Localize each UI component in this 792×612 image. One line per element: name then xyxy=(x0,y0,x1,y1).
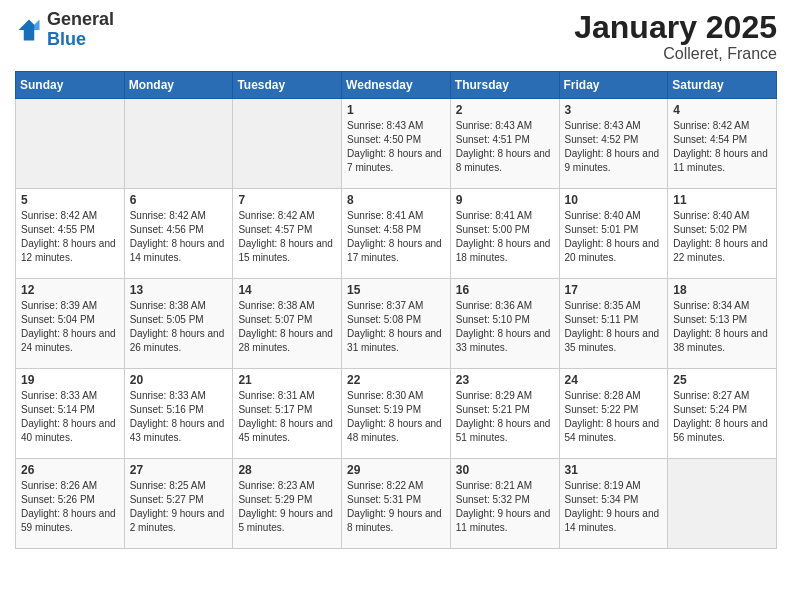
calendar-cell: 10Sunrise: 8:40 AMSunset: 5:01 PMDayligh… xyxy=(559,189,668,279)
day-info: Sunrise: 8:42 AMSunset: 4:55 PMDaylight:… xyxy=(21,209,119,265)
logo-general-text: General xyxy=(47,10,114,30)
calendar-cell: 7Sunrise: 8:42 AMSunset: 4:57 PMDaylight… xyxy=(233,189,342,279)
day-info: Sunrise: 8:19 AMSunset: 5:34 PMDaylight:… xyxy=(565,479,663,535)
day-number: 18 xyxy=(673,283,771,297)
calendar-cell: 15Sunrise: 8:37 AMSunset: 5:08 PMDayligh… xyxy=(342,279,451,369)
calendar-cell: 21Sunrise: 8:31 AMSunset: 5:17 PMDayligh… xyxy=(233,369,342,459)
calendar-cell: 27Sunrise: 8:25 AMSunset: 5:27 PMDayligh… xyxy=(124,459,233,549)
calendar-cell: 18Sunrise: 8:34 AMSunset: 5:13 PMDayligh… xyxy=(668,279,777,369)
svg-marker-1 xyxy=(34,19,39,30)
day-info: Sunrise: 8:35 AMSunset: 5:11 PMDaylight:… xyxy=(565,299,663,355)
day-number: 24 xyxy=(565,373,663,387)
day-number: 3 xyxy=(565,103,663,117)
calendar-cell: 9Sunrise: 8:41 AMSunset: 5:00 PMDaylight… xyxy=(450,189,559,279)
day-number: 13 xyxy=(130,283,228,297)
day-number: 20 xyxy=(130,373,228,387)
calendar-cell xyxy=(233,99,342,189)
day-number: 10 xyxy=(565,193,663,207)
day-number: 31 xyxy=(565,463,663,477)
day-number: 16 xyxy=(456,283,554,297)
day-number: 2 xyxy=(456,103,554,117)
day-info: Sunrise: 8:34 AMSunset: 5:13 PMDaylight:… xyxy=(673,299,771,355)
calendar-cell: 23Sunrise: 8:29 AMSunset: 5:21 PMDayligh… xyxy=(450,369,559,459)
calendar-cell: 8Sunrise: 8:41 AMSunset: 4:58 PMDaylight… xyxy=(342,189,451,279)
day-info: Sunrise: 8:43 AMSunset: 4:50 PMDaylight:… xyxy=(347,119,445,175)
day-number: 28 xyxy=(238,463,336,477)
header-monday: Monday xyxy=(124,72,233,99)
calendar-cell: 30Sunrise: 8:21 AMSunset: 5:32 PMDayligh… xyxy=(450,459,559,549)
calendar-title: January 2025 xyxy=(574,10,777,45)
calendar-cell: 28Sunrise: 8:23 AMSunset: 5:29 PMDayligh… xyxy=(233,459,342,549)
day-number: 21 xyxy=(238,373,336,387)
calendar-cell xyxy=(668,459,777,549)
week-row-3: 19Sunrise: 8:33 AMSunset: 5:14 PMDayligh… xyxy=(16,369,777,459)
day-number: 29 xyxy=(347,463,445,477)
calendar-cell: 29Sunrise: 8:22 AMSunset: 5:31 PMDayligh… xyxy=(342,459,451,549)
calendar-cell xyxy=(16,99,125,189)
header-thursday: Thursday xyxy=(450,72,559,99)
day-info: Sunrise: 8:21 AMSunset: 5:32 PMDaylight:… xyxy=(456,479,554,535)
day-info: Sunrise: 8:42 AMSunset: 4:56 PMDaylight:… xyxy=(130,209,228,265)
calendar-cell: 19Sunrise: 8:33 AMSunset: 5:14 PMDayligh… xyxy=(16,369,125,459)
day-info: Sunrise: 8:27 AMSunset: 5:24 PMDaylight:… xyxy=(673,389,771,445)
logo-blue-text: Blue xyxy=(47,30,114,50)
day-number: 9 xyxy=(456,193,554,207)
title-area: January 2025 Colleret, France xyxy=(574,10,777,63)
day-info: Sunrise: 8:40 AMSunset: 5:02 PMDaylight:… xyxy=(673,209,771,265)
page-header: General Blue January 2025 Colleret, Fran… xyxy=(15,10,777,63)
calendar-cell: 26Sunrise: 8:26 AMSunset: 5:26 PMDayligh… xyxy=(16,459,125,549)
day-number: 11 xyxy=(673,193,771,207)
week-row-4: 26Sunrise: 8:26 AMSunset: 5:26 PMDayligh… xyxy=(16,459,777,549)
day-info: Sunrise: 8:36 AMSunset: 5:10 PMDaylight:… xyxy=(456,299,554,355)
day-info: Sunrise: 8:23 AMSunset: 5:29 PMDaylight:… xyxy=(238,479,336,535)
day-info: Sunrise: 8:29 AMSunset: 5:21 PMDaylight:… xyxy=(456,389,554,445)
calendar-subtitle: Colleret, France xyxy=(574,45,777,63)
week-row-0: 1Sunrise: 8:43 AMSunset: 4:50 PMDaylight… xyxy=(16,99,777,189)
day-number: 15 xyxy=(347,283,445,297)
week-row-1: 5Sunrise: 8:42 AMSunset: 4:55 PMDaylight… xyxy=(16,189,777,279)
day-number: 1 xyxy=(347,103,445,117)
calendar-cell: 2Sunrise: 8:43 AMSunset: 4:51 PMDaylight… xyxy=(450,99,559,189)
day-info: Sunrise: 8:33 AMSunset: 5:14 PMDaylight:… xyxy=(21,389,119,445)
day-info: Sunrise: 8:41 AMSunset: 4:58 PMDaylight:… xyxy=(347,209,445,265)
calendar-cell: 4Sunrise: 8:42 AMSunset: 4:54 PMDaylight… xyxy=(668,99,777,189)
calendar-cell: 12Sunrise: 8:39 AMSunset: 5:04 PMDayligh… xyxy=(16,279,125,369)
day-number: 7 xyxy=(238,193,336,207)
day-info: Sunrise: 8:37 AMSunset: 5:08 PMDaylight:… xyxy=(347,299,445,355)
day-number: 22 xyxy=(347,373,445,387)
day-info: Sunrise: 8:39 AMSunset: 5:04 PMDaylight:… xyxy=(21,299,119,355)
logo-text: General Blue xyxy=(47,10,114,50)
logo-icon xyxy=(15,16,43,44)
calendar-cell: 11Sunrise: 8:40 AMSunset: 5:02 PMDayligh… xyxy=(668,189,777,279)
day-info: Sunrise: 8:38 AMSunset: 5:05 PMDaylight:… xyxy=(130,299,228,355)
calendar-cell: 5Sunrise: 8:42 AMSunset: 4:55 PMDaylight… xyxy=(16,189,125,279)
day-info: Sunrise: 8:31 AMSunset: 5:17 PMDaylight:… xyxy=(238,389,336,445)
day-number: 23 xyxy=(456,373,554,387)
calendar-cell: 17Sunrise: 8:35 AMSunset: 5:11 PMDayligh… xyxy=(559,279,668,369)
calendar-cell: 16Sunrise: 8:36 AMSunset: 5:10 PMDayligh… xyxy=(450,279,559,369)
header-saturday: Saturday xyxy=(668,72,777,99)
day-info: Sunrise: 8:25 AMSunset: 5:27 PMDaylight:… xyxy=(130,479,228,535)
day-number: 30 xyxy=(456,463,554,477)
day-number: 12 xyxy=(21,283,119,297)
logo: General Blue xyxy=(15,10,114,50)
day-info: Sunrise: 8:42 AMSunset: 4:57 PMDaylight:… xyxy=(238,209,336,265)
calendar-cell: 22Sunrise: 8:30 AMSunset: 5:19 PMDayligh… xyxy=(342,369,451,459)
calendar-cell: 6Sunrise: 8:42 AMSunset: 4:56 PMDaylight… xyxy=(124,189,233,279)
day-number: 26 xyxy=(21,463,119,477)
header-wednesday: Wednesday xyxy=(342,72,451,99)
day-info: Sunrise: 8:30 AMSunset: 5:19 PMDaylight:… xyxy=(347,389,445,445)
day-number: 19 xyxy=(21,373,119,387)
header-sunday: Sunday xyxy=(16,72,125,99)
day-info: Sunrise: 8:43 AMSunset: 4:52 PMDaylight:… xyxy=(565,119,663,175)
day-number: 8 xyxy=(347,193,445,207)
day-info: Sunrise: 8:40 AMSunset: 5:01 PMDaylight:… xyxy=(565,209,663,265)
calendar-cell: 20Sunrise: 8:33 AMSunset: 5:16 PMDayligh… xyxy=(124,369,233,459)
calendar-cell: 25Sunrise: 8:27 AMSunset: 5:24 PMDayligh… xyxy=(668,369,777,459)
day-number: 27 xyxy=(130,463,228,477)
day-info: Sunrise: 8:43 AMSunset: 4:51 PMDaylight:… xyxy=(456,119,554,175)
week-row-2: 12Sunrise: 8:39 AMSunset: 5:04 PMDayligh… xyxy=(16,279,777,369)
calendar-cell: 3Sunrise: 8:43 AMSunset: 4:52 PMDaylight… xyxy=(559,99,668,189)
day-info: Sunrise: 8:41 AMSunset: 5:00 PMDaylight:… xyxy=(456,209,554,265)
day-info: Sunrise: 8:33 AMSunset: 5:16 PMDaylight:… xyxy=(130,389,228,445)
